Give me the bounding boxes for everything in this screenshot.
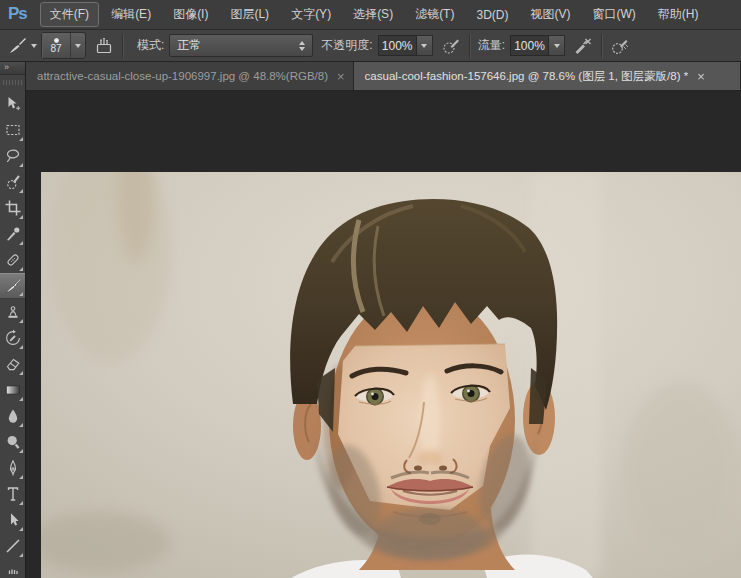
tab-title: casual-cool-fashion-157646.jpg @ 78.6% (…	[365, 69, 689, 84]
menu-bar: Ps 文件(F) 编辑(E) 图像(I) 图层(L) 文字(Y) 选择(S) 滤…	[0, 0, 741, 30]
brush-picker-arrow[interactable]	[71, 33, 85, 58]
flow-label: 流量:	[478, 37, 505, 54]
lasso-tool[interactable]	[0, 143, 25, 169]
eraser-tool[interactable]	[0, 351, 25, 377]
menu-filter[interactable]: 滤镜(T)	[405, 2, 464, 27]
separator	[469, 34, 470, 58]
opacity-dropdown-arrow[interactable]	[417, 35, 433, 56]
opacity-label: 不透明度:	[321, 37, 372, 54]
brush-preset-picker[interactable]: 87	[41, 32, 86, 59]
menu-select[interactable]: 选择(S)	[343, 2, 403, 27]
separator	[122, 34, 123, 58]
document-tab-2[interactable]: casual-cool-fashion-157646.jpg @ 78.6% (…	[354, 62, 741, 90]
line-tool[interactable]	[0, 533, 25, 559]
close-icon[interactable]: ×	[697, 70, 705, 83]
opacity-control[interactable]: 100%	[378, 35, 433, 56]
menu-help[interactable]: 帮助(H)	[648, 2, 709, 27]
document-tab-bar: attractive-casual-close-up-1906997.jpg @…	[26, 62, 741, 91]
blur-tool[interactable]	[0, 403, 25, 429]
blend-mode-select[interactable]: 正常	[169, 34, 313, 57]
type-tool[interactable]	[0, 481, 25, 507]
menu-view[interactable]: 视图(V)	[520, 2, 580, 27]
separator	[601, 34, 602, 58]
menu-edit[interactable]: 编辑(E)	[101, 2, 161, 27]
gradient-tool[interactable]	[0, 377, 25, 403]
menu-type[interactable]: 文字(Y)	[281, 2, 341, 27]
close-icon[interactable]: ×	[337, 70, 345, 83]
mode-label: 模式:	[137, 37, 164, 54]
dodge-tool[interactable]	[0, 429, 25, 455]
opacity-value[interactable]: 100%	[378, 35, 417, 56]
spot-healing-brush-tool[interactable]	[0, 247, 25, 273]
history-brush-tool[interactable]	[0, 325, 25, 351]
rectangular-marquee-tool[interactable]	[0, 117, 25, 143]
menu-file[interactable]: 文件(F)	[40, 2, 99, 27]
brush-size-value: 87	[50, 44, 61, 54]
crop-tool[interactable]	[0, 195, 25, 221]
tools-panel-grip[interactable]	[3, 80, 22, 85]
flow-dropdown-arrow[interactable]	[549, 35, 565, 56]
tools-panel: »	[0, 62, 26, 578]
pen-tool[interactable]	[0, 455, 25, 481]
document-tab-1[interactable]: attractive-casual-close-up-1906997.jpg @…	[26, 62, 354, 90]
canvas-photo[interactable]	[41, 172, 741, 578]
pasteboard[interactable]	[26, 91, 741, 578]
brush-preset-dropdown-arrow[interactable]	[31, 44, 37, 48]
brush-preview[interactable]: 87	[42, 33, 71, 58]
toggle-brush-panel-icon[interactable]	[92, 34, 116, 58]
quick-selection-tool[interactable]	[0, 169, 25, 195]
tool-options-bar: 87 模式: 正常 不透明度: 100% 流量: 100%	[0, 30, 741, 62]
brush-tip-dot	[54, 38, 59, 43]
menu-3d[interactable]: 3D(D)	[466, 4, 518, 26]
blend-mode-value: 正常	[177, 37, 299, 54]
photoshop-logo: Ps	[4, 4, 39, 26]
path-selection-tool[interactable]	[0, 507, 25, 533]
chevron-updown-icon	[299, 41, 305, 51]
menu-image[interactable]: 图像(I)	[163, 2, 218, 27]
brush-tool-icon[interactable]	[5, 34, 29, 58]
pressure-size-icon[interactable]	[571, 34, 595, 58]
eyedropper-tool[interactable]	[0, 221, 25, 247]
hand-tool[interactable]	[0, 559, 25, 574]
pressure-opacity-icon[interactable]	[439, 34, 463, 58]
collapse-chevrons-icon: »	[4, 62, 9, 72]
brush-tool[interactable]	[0, 273, 25, 299]
clone-stamp-tool[interactable]	[0, 299, 25, 325]
tab-title: attractive-casual-close-up-1906997.jpg @…	[37, 70, 328, 82]
menu-layer[interactable]: 图层(L)	[220, 2, 279, 27]
move-tool[interactable]	[0, 91, 25, 117]
airbrush-icon[interactable]	[608, 34, 632, 58]
flow-value[interactable]: 100%	[510, 35, 549, 56]
menu-window[interactable]: 窗口(W)	[582, 2, 645, 27]
flow-control[interactable]: 100%	[510, 35, 565, 56]
tools-panel-collapse[interactable]: »	[0, 62, 25, 75]
